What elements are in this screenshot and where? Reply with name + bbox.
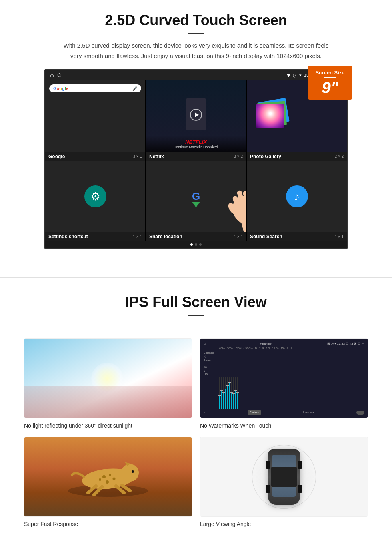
amp-loudness-label: loudness <box>303 411 314 414</box>
slider-track-9 <box>235 377 236 409</box>
amplifier-card: ⌂ Amplifier ⊡ ◎ ▾ 17:33 ⊡ ◁) ⊠ ⊡ ← 60hz … <box>200 338 368 429</box>
google-logo: Google <box>53 86 68 91</box>
slider-handle-5 <box>226 385 229 386</box>
amp-icons: ⊡ ◎ ▾ 17:33 ⊡ ◁) ⊠ ⊡ ← <box>327 342 364 345</box>
amp-volume-icon: ◁) <box>204 355 218 358</box>
play-button[interactable] <box>190 109 202 121</box>
cheetah-card: Super Fast Response <box>24 437 192 527</box>
slider-track-1 <box>219 377 220 409</box>
google-search-bar[interactable]: Google 🎤 <box>49 84 141 92</box>
freq-15k: 15k <box>280 347 285 350</box>
google-app-cell[interactable]: Google 🎤 <box>45 80 145 152</box>
netflix-app-inner: NETFLIX Continue Marvel's Daredevil <box>146 80 246 152</box>
badge-size: 9" <box>314 80 346 96</box>
car-roof <box>271 467 297 487</box>
photo-stack <box>256 100 292 132</box>
location-icon: ◎ <box>293 73 297 78</box>
settings-icon-circle: ⚙ <box>84 185 106 207</box>
section-curved: 2.5D Curved Touch Screen With 2.5D curve… <box>0 0 392 265</box>
status-bar-left: ⌂ ⌬ <box>50 72 61 79</box>
slider-track-4 <box>225 377 226 409</box>
section2-title: IPS Full Screen View <box>24 294 368 311</box>
sky-image-placeholder <box>24 338 192 418</box>
section1-title: 2.5D Curved Touch Screen <box>24 12 368 29</box>
mic-icon: 🎤 <box>132 86 137 91</box>
amp-freq-labels: 60hz 100hz 200hz 500hz 1k 2.5k 10k 12.5k… <box>204 347 364 350</box>
title-divider <box>188 33 204 34</box>
svg-point-9 <box>121 464 139 482</box>
share-app-size: 1 × 1 <box>234 235 243 239</box>
usb-icon: ⌬ <box>57 72 61 78</box>
slider-track-8 <box>233 377 234 409</box>
sound-app-inner: ♪ <box>247 161 347 233</box>
flower-bg <box>256 104 284 128</box>
settings-app-cell[interactable]: ⚙ <box>45 161 145 233</box>
loudness-toggle[interactable] <box>356 411 364 415</box>
amplifier-caption: No Watermarks When Touch <box>200 422 368 429</box>
car-top-image <box>200 437 368 516</box>
sound-app-name: Sound Search <box>250 234 282 239</box>
screen-size-badge: Screen Size 9" <box>308 66 352 100</box>
share-label-cell: Share location 1 × 1 <box>146 232 246 241</box>
netflix-app-size: 3 × 2 <box>234 154 243 159</box>
car-top-view <box>268 449 300 505</box>
slider-track-3 <box>223 377 224 409</box>
amp-header: ⌂ Amplifier ⊡ ◎ ▾ 17:33 ⊡ ◁) ⊠ ⊡ ← <box>204 342 364 345</box>
netflix-app-cell[interactable]: NETFLIX Continue Marvel's Daredevil <box>146 80 246 152</box>
car-top-view-container <box>268 449 300 505</box>
car-wheel-front-left <box>266 461 270 469</box>
app-grid-row2: ⚙ G <box>45 161 347 233</box>
app-labels-row1: Google 3 × 1 Netflix 3 × 2 Photo Gallery… <box>45 152 347 161</box>
sound-search-app-cell[interactable]: ♪ <box>247 161 347 233</box>
section1-desc: With 2.5D curved-display screen, this de… <box>60 40 332 61</box>
freq-60hz: 60hz <box>219 347 225 350</box>
slider-fill-5 <box>227 386 228 409</box>
ips-title-divider <box>188 315 204 316</box>
settings-app-inner: ⚙ <box>45 161 145 233</box>
share-app-name: Share location <box>149 234 182 239</box>
amp-10db: 10 <box>204 366 218 369</box>
freq-1k: 1k <box>254 347 257 350</box>
slider-handle-8 <box>232 393 235 394</box>
amp-spacer <box>204 347 218 350</box>
freq-200hz: 200hz <box>236 347 244 350</box>
gallery-label-cell: Photo Gallery 2 × 2 <box>247 152 347 161</box>
share-location-app-cell[interactable]: G <box>146 161 246 233</box>
svg-point-12 <box>113 478 116 480</box>
custom-button[interactable]: Custom <box>248 410 261 415</box>
sound-icon-circle: ♪ <box>286 185 308 207</box>
google-app-size: 3 × 1 <box>133 154 142 159</box>
slider-track-2 <box>221 377 222 409</box>
maps-letter-icon: G <box>192 190 200 203</box>
dot-2 <box>195 243 197 246</box>
amp-labels: Balance ◁) Fader 10 0 -10 <box>204 351 218 409</box>
amp-fader-label: Fader <box>204 359 218 362</box>
slider-handle-1 <box>218 395 221 396</box>
pagination-dots <box>45 241 347 248</box>
sky-gradient <box>24 386 192 418</box>
amp-home-icon: ⌂ <box>204 342 206 345</box>
slider-8 <box>233 377 234 409</box>
slider-track-10 <box>237 377 238 409</box>
cheetah-image <box>24 437 192 516</box>
slider-handle-3 <box>222 392 225 393</box>
svg-point-11 <box>109 474 111 476</box>
dot-3 <box>199 243 202 246</box>
car-windshield <box>272 455 296 467</box>
slider-3 <box>223 377 224 409</box>
slider-track-7 <box>231 377 232 409</box>
image-grid: No light reflecting under 360° direct su… <box>0 330 392 531</box>
amplifier-image-placeholder: ⌂ Amplifier ⊡ ◎ ▾ 17:33 ⊡ ◁) ⊠ ⊡ ← 60hz … <box>200 338 368 418</box>
amp-sliders <box>219 351 364 409</box>
sky-card: No light reflecting under 360° direct su… <box>24 338 192 429</box>
sound-app-size: 1 × 1 <box>334 235 344 239</box>
slider-4 <box>225 377 226 409</box>
app-grid-row1: Google 🎤 <box>45 80 347 152</box>
freq-10k: 10k <box>266 347 270 350</box>
cheetah-svg <box>64 455 152 499</box>
bluetooth-icon: ✱ <box>287 73 290 78</box>
dot-1 <box>190 243 193 246</box>
netflix-subtitle: Continue Marvel's Daredevil <box>149 145 243 149</box>
status-bar: ⌂ ⌬ ✱ ◎ ▾ 15:06 ⊡ ◁) ⊠ ⬜ <box>45 70 347 80</box>
gear-icon: ⚙ <box>90 190 100 203</box>
